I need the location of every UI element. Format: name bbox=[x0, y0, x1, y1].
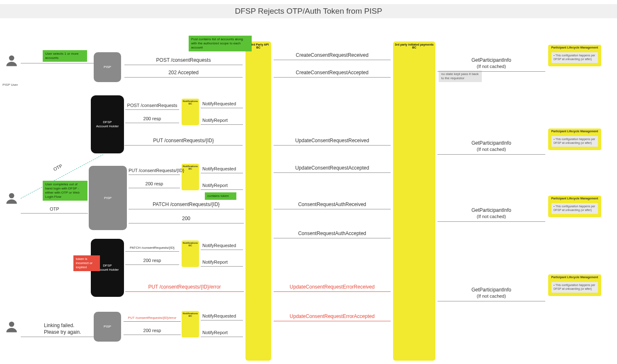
arrow bbox=[201, 320, 243, 320]
link-fail-1: Linking failed. bbox=[44, 323, 74, 328]
msg-gpi: GetParticipantInfo bbox=[440, 207, 543, 213]
otp-label: OTP bbox=[53, 163, 63, 172]
msg-notify-rep: NotifyReport bbox=[202, 260, 228, 265]
msg-patch: PATCH /consentRequests/{ID} bbox=[125, 246, 179, 250]
actor-pisp: PISP bbox=[89, 166, 127, 230]
msg-gpi-sub: (If not cached) bbox=[440, 294, 543, 298]
msg-put-err-short: PUT /consentRequests/{ID}/error bbox=[124, 316, 181, 320]
arrow bbox=[437, 154, 545, 155]
diagram-canvas: DFSP Rejects OTP/Auth Token from PISP Th… bbox=[0, 0, 617, 364]
msg-notify-req: NotifyRequested bbox=[202, 101, 236, 106]
arrow bbox=[201, 108, 243, 108]
msg-202: 202 Accepted bbox=[124, 70, 243, 75]
lifeline-tpip-bc: 3rd party initiated payments BC bbox=[393, 41, 435, 361]
lifecycle-hdr: Participant Lifecycle Management bbox=[548, 130, 601, 133]
arrow bbox=[274, 291, 391, 292]
arrow bbox=[274, 209, 391, 209]
notifications-bc: Notifications BC bbox=[182, 240, 199, 267]
lifeline-header: 3rd party initiated payments BC bbox=[393, 43, 435, 49]
msg-200: 200 resp bbox=[129, 181, 180, 186]
msg-post-cr: POST /consentRequests bbox=[125, 103, 179, 108]
lifecycle-hdr: Participant Lifecycle Management bbox=[548, 46, 601, 49]
user-icon bbox=[4, 319, 19, 334]
msg-notify-rep: NotifyReport bbox=[202, 330, 228, 335]
note-oob: User completes out of band login with DF… bbox=[43, 181, 87, 201]
msg-200: 200 resp bbox=[124, 328, 181, 333]
arrow bbox=[201, 124, 243, 125]
arrow bbox=[201, 266, 243, 267]
arrow bbox=[129, 188, 180, 188]
lifecycle-box: Participant Lifecycle Management This co… bbox=[548, 196, 601, 217]
ev: UpdateConsentRequestAccepted bbox=[274, 165, 391, 171]
actor-label: PISP bbox=[104, 196, 112, 200]
otp-label: OTP bbox=[50, 206, 59, 211]
msg-patch: PATCH /consentRequests/{ID} bbox=[129, 201, 244, 207]
actor-label: PISP bbox=[104, 65, 111, 69]
lifecycle-item: This configuration happens per DFSP at o… bbox=[551, 203, 598, 214]
note-contains-token: contains token bbox=[205, 192, 236, 200]
msg-gpi: GetParticipantInfo bbox=[440, 140, 543, 146]
arrow bbox=[124, 65, 243, 65]
msg-notify-req: NotifyRequested bbox=[202, 313, 236, 318]
arrow bbox=[129, 223, 244, 223]
notifications-bc: Notifications BC bbox=[182, 164, 199, 190]
msg-put-cr: PUT /consentRequests/{ID} bbox=[129, 168, 180, 173]
msg-gpi-sub: (If not cached) bbox=[440, 64, 543, 69]
arrow bbox=[129, 209, 244, 209]
actor-pisp: PISP bbox=[94, 312, 121, 342]
arrow bbox=[125, 291, 244, 292]
note-no-state: no state kept pass it back to the reques… bbox=[439, 70, 482, 82]
arrow bbox=[125, 109, 179, 110]
msg-gpi: GetParticipantInfo bbox=[440, 57, 543, 63]
ev-err: UpdateConsentRequestErrorReceived bbox=[274, 284, 391, 290]
notifications-bc: Notifications BC bbox=[182, 311, 199, 337]
lifecycle-box: Participant Lifecycle Management This co… bbox=[548, 129, 601, 150]
lifecycle-item: This configuration happens per DFSP at o… bbox=[551, 136, 598, 147]
ev-err: UpdateConsentRequestErrorAccepted bbox=[274, 313, 391, 319]
lifecycle-box: Participant Lifecycle Management This co… bbox=[548, 45, 601, 66]
lifeline-third-party-api-bc: Third Party API BC bbox=[245, 41, 271, 361]
arrow bbox=[201, 337, 243, 337]
arrow bbox=[124, 335, 181, 335]
msg-put-err: PUT /consentRequests/{ID}/error bbox=[125, 284, 244, 290]
arrow bbox=[21, 63, 94, 63]
arrow bbox=[124, 321, 181, 322]
svg-point-1 bbox=[9, 193, 15, 199]
lifecycle-item: This configuration happens per DFSP at o… bbox=[551, 52, 598, 63]
arrow bbox=[125, 251, 179, 252]
actor-label: PISP bbox=[104, 325, 111, 329]
note-token-bad: token is incorrect or expired bbox=[73, 255, 100, 271]
arrow bbox=[274, 321, 391, 321]
ev: ConsentRequestAuthAccepted bbox=[274, 231, 391, 236]
arrow bbox=[437, 71, 545, 72]
msg-put-cr: PUT /consentRequests/{ID} bbox=[124, 138, 243, 143]
user-caption: PISP User bbox=[2, 83, 18, 87]
actor-dfsp: DFSP Account Holder bbox=[91, 95, 124, 153]
user-icon bbox=[4, 191, 19, 206]
ev: CreateConsentRequestAccepted bbox=[274, 70, 391, 75]
msg-notify-rep: NotifyReport bbox=[202, 183, 228, 188]
ev: CreateConsentRequestReceived bbox=[274, 52, 391, 58]
arrow bbox=[201, 189, 243, 190]
svg-point-2 bbox=[9, 322, 15, 327]
link-fail-2: Please try again. bbox=[44, 329, 81, 335]
msg-post-cr: POST /consentRequests bbox=[124, 57, 243, 63]
msg-notify-req: NotifyRequested bbox=[202, 243, 236, 248]
lifecycle-hdr: Participant Lifecycle Management bbox=[548, 276, 601, 279]
lifecycle-item: This configuration happens per DFSP at o… bbox=[551, 282, 598, 293]
arrow bbox=[437, 301, 545, 301]
arrow bbox=[125, 123, 179, 123]
notifications-bc: Notifications BC bbox=[182, 99, 199, 125]
note-post-accounts: Post contains list of accounts along wit… bbox=[189, 36, 252, 51]
lifecycle-hdr: Participant Lifecycle Management bbox=[548, 197, 601, 200]
arrow bbox=[21, 337, 94, 337]
arrow bbox=[129, 175, 180, 175]
note-select-accounts: User selects 1 or more accounts bbox=[43, 50, 87, 62]
arrow bbox=[274, 77, 391, 78]
msg-notify-rep: NotifyReport bbox=[202, 118, 228, 123]
msg-gpi: GetParticipantInfo bbox=[440, 287, 543, 293]
ev: ConsentRequestAuthReceived bbox=[274, 201, 391, 207]
arrow bbox=[21, 213, 88, 214]
ev: UpdateConsentRequestReceived bbox=[274, 138, 391, 143]
arrow bbox=[201, 250, 243, 250]
